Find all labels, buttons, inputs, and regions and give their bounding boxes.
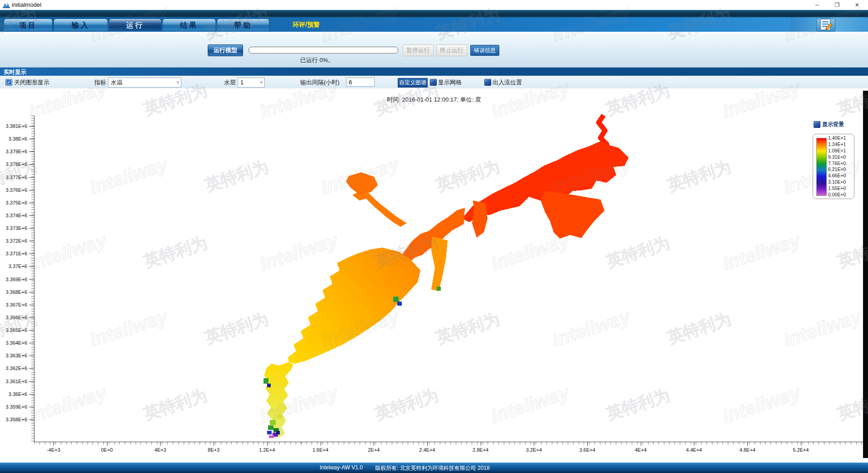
inout-flow-label: 出入流位置 xyxy=(493,78,522,87)
x-tick-label: 2.4E+4 xyxy=(413,447,442,453)
legend-value: 1.24E+1 xyxy=(828,142,853,147)
x-tick-label: 1.2E+4 xyxy=(253,447,282,453)
tab-2[interactable]: 运行 xyxy=(109,19,161,31)
x-tick-mark xyxy=(641,442,641,446)
y-tick-label: 3.38E+6 xyxy=(2,136,27,141)
color-scale-bar xyxy=(816,138,827,196)
y-tick-mark xyxy=(29,356,34,356)
x-tick-label: 4E+4 xyxy=(626,447,655,453)
stop-run-button[interactable]: 终止运行 xyxy=(436,44,467,56)
y-tick-mark xyxy=(29,317,34,318)
map-speck xyxy=(269,435,274,438)
map-speck xyxy=(277,414,282,419)
x-tick-mark xyxy=(587,442,588,446)
show-grid-checkbox[interactable] xyxy=(430,79,437,86)
indicator-value: 水温 xyxy=(108,79,122,86)
chart-right-edge xyxy=(863,91,868,458)
legend-value: 4.66E+0 xyxy=(828,173,853,178)
layer-label: 水层 xyxy=(224,78,236,87)
y-tick-label: 3.381E+6 xyxy=(2,123,27,129)
y-tick-label: 3.358E+6 xyxy=(2,417,27,422)
y-tick-label: 3.369E+6 xyxy=(2,277,27,282)
map-region-up-strip xyxy=(472,200,488,238)
interval-label: 输出间隔(小时) xyxy=(300,78,340,87)
map-speck xyxy=(393,297,399,302)
y-tick-label: 3.379E+6 xyxy=(2,149,27,154)
x-tick-label: 4E+3 xyxy=(146,447,175,453)
interval-input[interactable] xyxy=(346,78,375,87)
y-tick-mark xyxy=(29,139,34,139)
window-title: initialmodel xyxy=(12,1,41,8)
run-toolbar: 运行模型 已运行 0%。 暂停运行 终止运行 错误信息 xyxy=(0,32,868,67)
minimize-icon[interactable]: ─ xyxy=(807,0,827,10)
x-tick-mark xyxy=(374,442,374,446)
y-tick-label: 3.367E+6 xyxy=(2,302,27,307)
legend-value: 9.31E+0 xyxy=(828,155,853,160)
map-speck xyxy=(437,287,441,291)
y-tick-mark xyxy=(29,419,34,420)
layer-select[interactable]: 1 ˅ xyxy=(238,78,265,88)
chevron-down-icon: ˅ xyxy=(176,78,179,87)
map-region-down-branch xyxy=(431,237,448,291)
realtime-control-row: ✓ 关闭图形显示 指标 水温 ˅ 水层 1 ˅ 输出间隔(小时) 自定义图谱 显… xyxy=(0,76,868,88)
y-tick-mark xyxy=(29,228,34,229)
y-tick-mark xyxy=(29,190,34,190)
map-speck xyxy=(267,431,272,434)
x-tick-label: 3.2E+4 xyxy=(519,447,548,453)
x-tick-label: 2.8E+4 xyxy=(466,447,495,453)
y-tick-label: 3.364E+6 xyxy=(2,340,27,346)
tab-1[interactable]: 输入 xyxy=(54,19,108,31)
inout-flow-checkbox[interactable] xyxy=(484,79,491,86)
tab-4[interactable]: 帮助 xyxy=(217,19,269,31)
x-tick-label: 8E+3 xyxy=(199,447,228,453)
x-tick-label: 0E+0 xyxy=(93,447,122,453)
y-tick-mark xyxy=(29,330,34,331)
error-info-button[interactable]: 错误信息 xyxy=(470,45,499,56)
y-tick-mark xyxy=(29,241,34,241)
show-background-checkbox[interactable] xyxy=(814,121,820,128)
x-tick-mark xyxy=(747,442,748,446)
x-tick-mark xyxy=(54,442,54,446)
color-scale-values: 1.40E+11.24E+11.09E+19.31E+07.76E+06.21E… xyxy=(828,136,853,197)
y-tick-label: 3.362E+6 xyxy=(2,366,27,371)
x-tick-label: 4.4E+4 xyxy=(679,447,708,453)
show-background-label: 显示背景 xyxy=(822,121,844,128)
close-icon[interactable]: ✕ xyxy=(847,0,867,10)
map-region-red-lobe xyxy=(541,191,605,239)
env-warning-label[interactable]: 环评/预警 xyxy=(293,21,320,29)
map-speck xyxy=(267,384,271,387)
x-tick-label: 2E+4 xyxy=(359,447,388,453)
layer-value: 1 xyxy=(238,79,244,86)
x-tick-mark xyxy=(107,442,107,446)
y-tick-label: 3.375E+6 xyxy=(2,200,27,205)
x-tick-mark xyxy=(427,442,428,446)
map-speck xyxy=(276,431,280,434)
y-tick-label: 3.368E+6 xyxy=(2,289,27,295)
y-tick-mark xyxy=(29,381,34,382)
x-axis-minor-ticks xyxy=(34,442,864,444)
custom-map-button[interactable]: 自定义图谱 xyxy=(398,78,428,88)
pause-run-button[interactable]: 暂停运行 xyxy=(403,44,434,56)
x-tick-mark xyxy=(160,442,161,446)
x-tick-label: -4E+3 xyxy=(39,447,68,453)
indicator-select[interactable]: 水温 ˅ xyxy=(108,78,181,88)
close-graphics-checkbox[interactable]: ✓ xyxy=(5,79,12,86)
run-model-button[interactable]: 运行模型 xyxy=(208,44,243,56)
tab-0[interactable]: 项目 xyxy=(4,19,53,31)
tab-3[interactable]: 结果 xyxy=(162,19,216,31)
y-tick-label: 3.36E+6 xyxy=(2,391,27,397)
y-tick-mark xyxy=(29,266,34,267)
legend-value: 7.76E+0 xyxy=(828,161,853,166)
progress-status: 已运行 0%。 xyxy=(300,56,334,64)
notepad-icon[interactable] xyxy=(816,18,835,32)
x-tick-label: 4.8E+4 xyxy=(733,447,762,453)
maximize-icon[interactable]: ❐ xyxy=(827,0,847,10)
copyright: 版权所有: 北京英特利为环境科技有限公司 2018 xyxy=(375,464,490,472)
map-speck xyxy=(270,420,276,425)
x-tick-mark xyxy=(214,442,214,446)
chevron-down-icon: ˅ xyxy=(260,78,263,87)
y-tick-mark xyxy=(29,394,34,395)
x-tick-mark xyxy=(801,442,801,446)
y-tick-mark xyxy=(29,343,34,343)
y-tick-label: 3.365E+6 xyxy=(2,327,27,333)
